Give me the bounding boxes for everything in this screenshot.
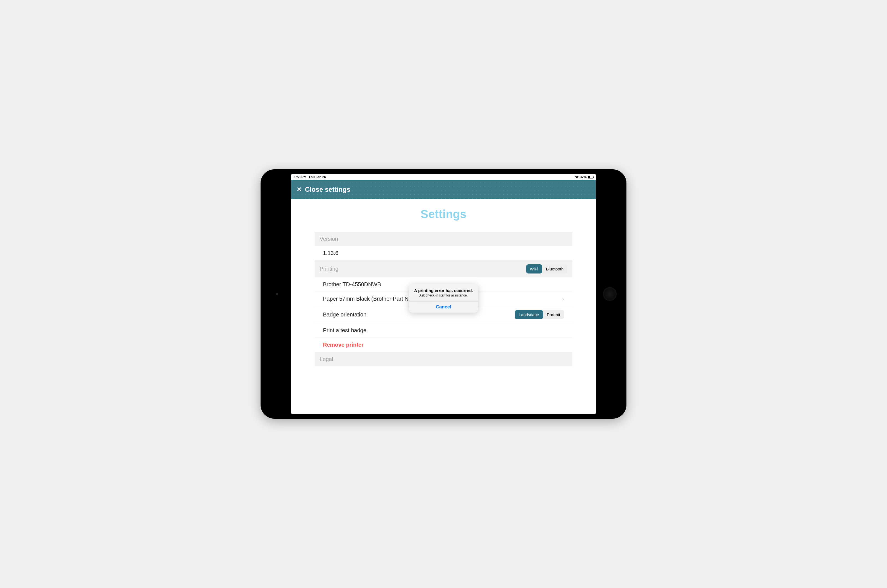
print-test-badge-label: Print a test badge bbox=[323, 327, 366, 334]
ipad-bezel: 1:53 PM Thu Jan 26 37% ✕ Close settings … bbox=[261, 169, 626, 419]
section-header-label: Version bbox=[320, 236, 338, 242]
alert-cancel-button[interactable]: Cancel bbox=[409, 302, 478, 313]
section-header-version: Version bbox=[315, 232, 572, 246]
section-header-label: Legal bbox=[320, 356, 333, 363]
front-camera bbox=[276, 293, 278, 295]
segment-wifi[interactable]: WiFi bbox=[526, 264, 542, 273]
printer-model-label: Brother TD-4550DNWB bbox=[323, 281, 381, 288]
segment-bluetooth[interactable]: Bluetooth bbox=[542, 264, 567, 273]
app-header: ✕ Close settings bbox=[291, 180, 596, 199]
battery-percent: 37% bbox=[580, 175, 587, 179]
orientation-segmented[interactable]: Landscape Portrait bbox=[515, 310, 564, 319]
close-settings-button[interactable]: Close settings bbox=[305, 186, 350, 194]
version-row: 1.13.6 bbox=[315, 246, 572, 261]
print-test-badge-row[interactable]: Print a test badge bbox=[315, 323, 572, 338]
remove-printer-label: Remove printer bbox=[323, 342, 364, 348]
status-date: Thu Jan 26 bbox=[309, 175, 326, 179]
wifi-icon bbox=[575, 176, 579, 178]
alert-message: Ask check-in staff for assistance. bbox=[412, 294, 475, 297]
battery-icon bbox=[588, 176, 593, 178]
status-time: 1:53 PM bbox=[294, 175, 306, 179]
alert-dialog: A printing error has occurred. Ask check… bbox=[409, 284, 478, 313]
segment-landscape[interactable]: Landscape bbox=[515, 310, 543, 319]
segment-portrait[interactable]: Portrait bbox=[543, 310, 564, 319]
home-button[interactable] bbox=[603, 287, 617, 301]
orientation-label: Badge orientation bbox=[323, 312, 366, 318]
screen: 1:53 PM Thu Jan 26 37% ✕ Close settings … bbox=[291, 174, 596, 414]
section-header-label: Printing bbox=[320, 266, 338, 272]
section-header-printing: Printing WiFi Bluetooth bbox=[315, 261, 572, 278]
remove-printer-row[interactable]: Remove printer bbox=[315, 338, 572, 352]
chevron-right-icon: › bbox=[562, 296, 564, 302]
status-bar: 1:53 PM Thu Jan 26 37% bbox=[291, 174, 596, 180]
alert-title: A printing error has occurred. bbox=[412, 288, 475, 293]
section-header-legal: Legal bbox=[315, 352, 572, 366]
close-icon[interactable]: ✕ bbox=[297, 186, 302, 193]
page-title: Settings bbox=[291, 207, 596, 221]
version-value: 1.13.6 bbox=[323, 250, 338, 256]
connection-segmented[interactable]: WiFi Bluetooth bbox=[526, 264, 567, 273]
